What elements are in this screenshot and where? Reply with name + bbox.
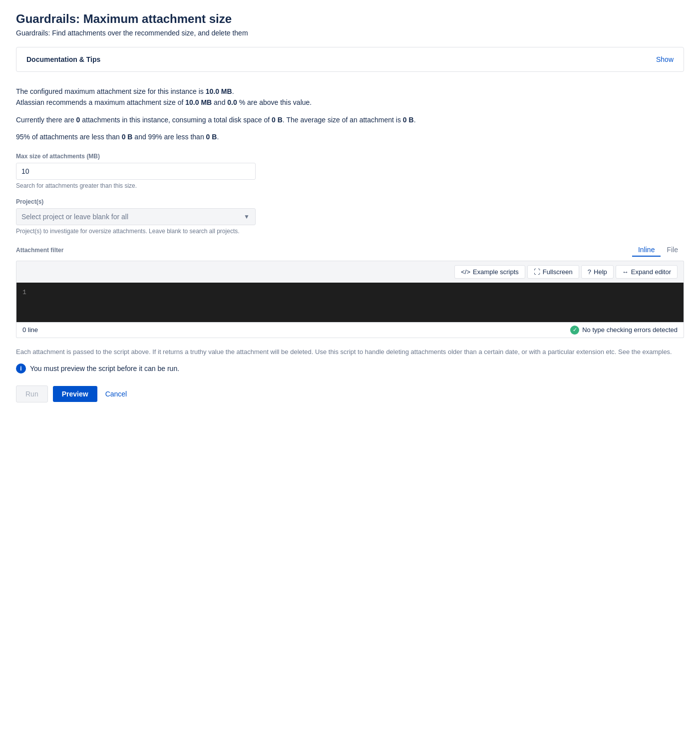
- tab-inline[interactable]: Inline: [632, 244, 661, 257]
- status-right: ✓ No type checking errors detected: [570, 326, 678, 335]
- max-size-label: Max size of attachments (MB): [16, 153, 684, 160]
- projects-select[interactable]: Select project or leave blank for all: [16, 208, 256, 225]
- max-size-field-section: Max size of attachments (MB) Search for …: [16, 153, 684, 189]
- preview-button[interactable]: Preview: [53, 386, 97, 402]
- expand-editor-button[interactable]: ↔ Expand editor: [616, 265, 678, 279]
- code-editor[interactable]: 1: [16, 283, 684, 323]
- check-circle-icon: ✓: [570, 326, 579, 335]
- info-line-3: 95% of attachments are less than 0 B and…: [16, 131, 684, 142]
- projects-select-wrapper: Select project or leave blank for all ▼: [16, 208, 256, 225]
- line-count: 0 line: [22, 326, 38, 334]
- script-hint: Each attachment is passed to the script …: [16, 347, 684, 357]
- projects-label: Project(s): [16, 198, 684, 205]
- projects-field-section: Project(s) Select project or leave blank…: [16, 198, 684, 235]
- cancel-button[interactable]: Cancel: [102, 386, 130, 402]
- editor-status-bar: 0 line ✓ No type checking errors detecte…: [16, 323, 684, 338]
- attachment-filter-label: Attachment filter: [16, 247, 63, 254]
- run-button[interactable]: Run: [16, 385, 48, 402]
- editor-content-area[interactable]: [36, 287, 684, 318]
- attachment-filter-header: Attachment filter Inline File: [16, 244, 684, 257]
- max-size-hint: Search for attachments greater than this…: [16, 182, 684, 189]
- show-link[interactable]: Show: [656, 55, 674, 63]
- max-size-input[interactable]: [16, 163, 256, 180]
- page-title: Guardrails: Maximum attachment size: [16, 12, 684, 26]
- info-line-1: The configured maximum attachment size f…: [16, 86, 684, 108]
- doc-tips-label: Documentation & Tips: [26, 55, 100, 63]
- projects-hint: Project(s) to investigate for oversize a…: [16, 228, 684, 235]
- info-line-2: Currently there are 0 attachments in thi…: [16, 114, 684, 125]
- editor-line-numbers: 1: [16, 287, 36, 318]
- code-icon: </>: [461, 268, 470, 276]
- expand-icon: ↔: [622, 268, 629, 276]
- preview-notice-text: You must preview the script before it ca…: [30, 365, 179, 373]
- editor-toolbar: </> Example scripts ⛶ Fullscreen ? Help …: [16, 261, 684, 283]
- doc-tips-box: Documentation & Tips Show: [16, 47, 684, 72]
- help-icon: ?: [588, 268, 591, 276]
- info-section: The configured maximum attachment size f…: [16, 86, 684, 143]
- fullscreen-button[interactable]: ⛶ Fullscreen: [527, 265, 579, 279]
- info-icon: i: [16, 364, 26, 373]
- attachment-filter-section: Attachment filter Inline File </> Exampl…: [16, 244, 684, 338]
- tab-file[interactable]: File: [661, 244, 684, 257]
- help-button[interactable]: ? Help: [581, 265, 614, 279]
- fullscreen-icon: ⛶: [534, 268, 540, 276]
- example-scripts-button[interactable]: </> Example scripts: [454, 265, 525, 279]
- button-row: Run Preview Cancel: [16, 385, 684, 402]
- tab-group: Inline File: [632, 244, 684, 257]
- status-message: No type checking errors detected: [582, 326, 678, 334]
- page-subtitle: Guardrails: Find attachments over the re…: [16, 29, 684, 37]
- preview-notice: i You must preview the script before it …: [16, 364, 684, 373]
